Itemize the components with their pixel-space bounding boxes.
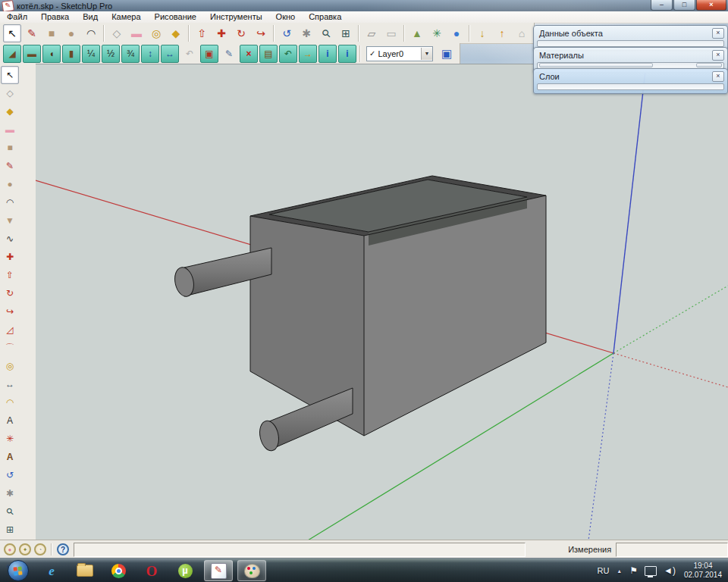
tool-extend-button[interactable]: → [299, 45, 317, 63]
tape-measure-button[interactable]: ◎ [147, 24, 165, 42]
menu-item-3[interactable]: Вид [76, 11, 105, 23]
add-location-button[interactable]: ▲ [408, 24, 426, 42]
tool-info-a-button[interactable]: i [318, 45, 337, 63]
get-models-button[interactable]: ↓ [473, 24, 491, 42]
tool-wedge-button[interactable]: ◢ [3, 45, 21, 63]
help-icon[interactable]: ? [57, 543, 69, 555]
select-button[interactable]: ↖ [3, 24, 21, 42]
paint-taskbar-button[interactable] [237, 560, 266, 581]
internet-explorer-taskbar-button[interactable]: e [37, 560, 66, 581]
menu-item-6[interactable]: Инструменты [203, 11, 269, 23]
tool-box-arrows-button[interactable]: ▣ [200, 45, 218, 63]
claim-status-icon[interactable]: ✦ [19, 543, 31, 555]
section-display-button[interactable]: ▭ [382, 24, 400, 42]
arc-button[interactable]: ◠ [82, 24, 100, 42]
tool-undo-disabled-button[interactable]: ↶ [180, 45, 199, 63]
select-button[interactable]: ↖ [1, 66, 19, 84]
tool-half-button[interactable]: ½ [102, 45, 120, 63]
utorrent-taskbar-button[interactable]: µ [171, 560, 199, 581]
zoom-extents-button[interactable]: ⊞ [337, 24, 355, 42]
offset-button[interactable]: ⌒ [1, 339, 19, 357]
tape-measure-button[interactable]: ◎ [1, 357, 19, 375]
model-viewport[interactable] [36, 64, 728, 540]
paint-bucket-button[interactable]: ◆ [167, 24, 185, 42]
network-icon[interactable] [645, 566, 657, 576]
panel-layers[interactable]: Слои × [533, 68, 728, 94]
explorer-taskbar-button[interactable] [71, 560, 99, 581]
zoom-button[interactable]: ⚲ [317, 24, 335, 42]
action-center-flag-icon[interactable]: ⚑ [629, 565, 638, 576]
3d-text-button[interactable]: A [1, 448, 19, 466]
opera-taskbar-button[interactable]: O [137, 560, 166, 581]
maximize-button[interactable]: □ [673, 0, 695, 11]
zoom-button[interactable]: ⚲ [1, 502, 19, 521]
pan-button[interactable]: ✱ [297, 24, 315, 42]
zoom-extents-button[interactable]: ⊞ [1, 521, 19, 539]
layer-manager-button[interactable]: ▣ [436, 44, 457, 64]
layer-dropdown[interactable]: ✓ Layer0 ▼ [366, 46, 433, 61]
model-status-icon[interactable]: ◔ [34, 543, 46, 555]
speaker-icon[interactable]: ◄) [664, 565, 676, 576]
pan-button[interactable]: ✱ [1, 484, 19, 502]
title-bar[interactable]: ✎ котёл.skp - SketchUp Pro – □ × [0, 0, 728, 12]
blue-axis-negative[interactable] [588, 353, 613, 540]
clock[interactable]: 19:04 02.07.2014 [684, 562, 722, 580]
chrome-taskbar-button[interactable] [104, 560, 133, 581]
tool-board-button[interactable]: ▬ [23, 45, 41, 63]
geolocation-status-icon[interactable]: ● [4, 543, 16, 555]
tool-quarter-button[interactable]: ¼ [82, 45, 100, 63]
tool-info-b-button[interactable]: i [338, 45, 356, 63]
boiler-model[interactable] [172, 176, 546, 452]
orbit-button[interactable]: ↺ [278, 24, 296, 42]
menu-item-4[interactable]: Камера [105, 11, 147, 23]
green-axis-negative[interactable] [613, 286, 728, 353]
scale-button[interactable]: ◿ [1, 321, 19, 339]
close-button[interactable]: × [696, 0, 726, 11]
tool-half-round-button[interactable]: ◖ [42, 45, 61, 63]
protractor-button[interactable]: ◠ [1, 393, 19, 411]
model-canvas[interactable] [36, 64, 728, 540]
language-indicator[interactable]: RU [597, 566, 609, 575]
close-icon[interactable]: × [712, 50, 724, 61]
tool-three-quarter-button[interactable]: ¾ [121, 45, 140, 63]
arc-button[interactable]: ◠ [1, 193, 19, 211]
rectangle-button[interactable]: ■ [42, 24, 61, 42]
chevron-down-icon[interactable]: ▼ [421, 48, 432, 60]
scrollbar-end[interactable] [696, 63, 722, 67]
menu-item-5[interactable]: Рисование [148, 11, 203, 23]
follow-me-button[interactable]: ↪ [1, 302, 19, 321]
google-earth-button[interactable]: ● [447, 24, 466, 42]
tool-undo-button[interactable]: ↶ [279, 45, 297, 63]
rotate-button[interactable]: ↻ [1, 284, 19, 302]
rectangle-button[interactable]: ■ [1, 139, 19, 157]
measurements-input[interactable] [616, 543, 728, 557]
make-component-button[interactable]: ◇ [108, 24, 126, 42]
tool-fit-horizontal-button[interactable]: ↔ [161, 45, 179, 63]
toggle-terrain-button[interactable]: ✳ [428, 24, 446, 42]
menu-item-2[interactable]: Правка [34, 11, 76, 23]
paint-bucket-button[interactable]: ◆ [1, 102, 19, 120]
eraser-button[interactable]: ▬ [1, 120, 19, 139]
polygon-button[interactable]: ▼ [1, 211, 19, 230]
push-pull-button[interactable]: ⇧ [193, 24, 211, 42]
tray-expand-icon[interactable]: ▲ [617, 568, 622, 574]
minimize-button[interactable]: – [651, 0, 673, 11]
line-button[interactable]: ✎ [1, 157, 19, 175]
freehand-button[interactable]: ∿ [1, 230, 19, 248]
scrollbar-thumb[interactable] [539, 63, 653, 67]
tool-note-button[interactable]: ✎ [220, 45, 238, 63]
close-icon[interactable]: × [712, 28, 724, 39]
panel-materials-titlebar[interactable]: Материалы × [534, 48, 727, 61]
section-plane-button[interactable]: ▱ [362, 24, 381, 42]
dimension-button[interactable]: ↔ [1, 375, 19, 393]
offset-button[interactable]: ↪ [252, 24, 270, 42]
warehouse-button[interactable]: ⌂ [513, 24, 531, 42]
start-taskbar-button[interactable] [4, 560, 33, 581]
orbit-button[interactable]: ↺ [1, 466, 19, 484]
close-icon[interactable]: × [712, 71, 724, 82]
tool-fit-vertical-button[interactable]: ↕ [141, 45, 159, 63]
share-model-button[interactable]: ↑ [493, 24, 511, 42]
panel-layers-titlebar[interactable]: Слои × [534, 69, 727, 83]
move-button[interactable]: ✚ [1, 248, 19, 266]
red-axis-negative[interactable] [613, 353, 728, 387]
